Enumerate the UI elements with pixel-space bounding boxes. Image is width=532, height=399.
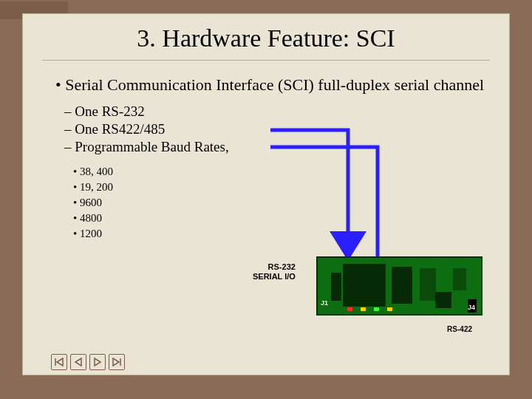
bullet-main: Serial Communication Interface (SCI) ful… [67, 75, 496, 95]
play-forward-icon [93, 358, 102, 366]
sub-bullet-baud: Programmable Baud Rates, [64, 139, 496, 155]
slide-body: Serial Communication Interface (SCI) ful… [23, 61, 509, 240]
board-side-labels: RS-232 SERIAL I/O [253, 262, 296, 282]
sub-bullet-rs232: One RS-232 [64, 103, 496, 120]
connector-j4-label: J4 [468, 304, 475, 311]
label-serial-io: SERIAL I/O [253, 272, 296, 282]
last-slide-button[interactable] [109, 354, 125, 370]
slide-nav-controls [51, 354, 125, 370]
first-slide-button[interactable] [51, 354, 67, 370]
baud-38400: 38, 400 [73, 166, 496, 178]
skip-forward-icon [112, 358, 121, 366]
slide-title: 3. Hardware Feature: SCI [23, 14, 509, 57]
connector-j1-label: J1 [321, 299, 328, 307]
play-back-icon [74, 358, 83, 366]
circuit-board-diagram: RS-232 SERIAL I/O J1 J4 RS-422 [301, 249, 482, 330]
label-rs422: RS-422 [447, 325, 472, 333]
skip-back-icon [55, 358, 64, 366]
baud-1200: 1200 [73, 228, 496, 240]
prev-slide-button[interactable] [70, 354, 86, 370]
next-slide-button[interactable] [89, 354, 106, 370]
slide-canvas: 3. Hardware Feature: SCI Serial Communic… [22, 13, 510, 375]
label-rs232: RS-232 [253, 262, 296, 272]
baud-9600: 9600 [73, 197, 496, 209]
baud-19200: 19, 200 [73, 181, 496, 194]
sub-bullet-rs422: One RS422/485 [64, 121, 496, 137]
baud-4800: 4800 [73, 212, 496, 225]
